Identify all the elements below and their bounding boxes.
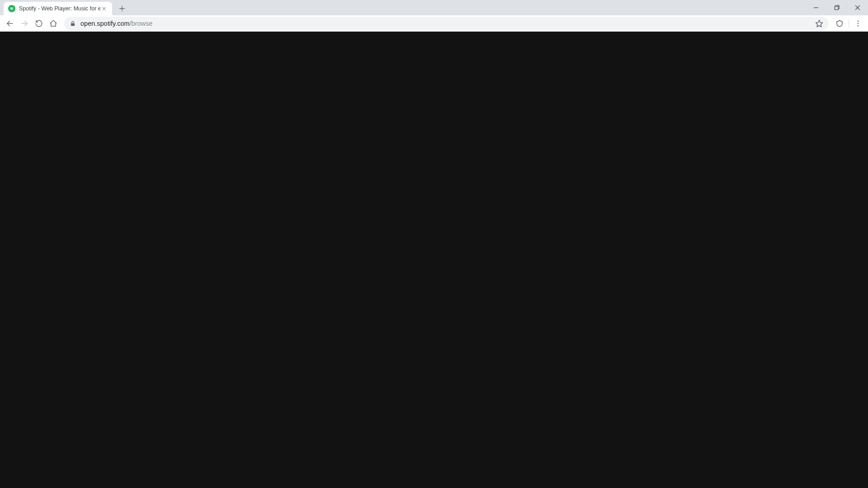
browser-toolbar: open.spotify.com/browse [0, 15, 868, 32]
new-tab-button[interactable] [116, 2, 128, 15]
reload-button[interactable] [32, 16, 46, 31]
close-window-button[interactable] [847, 0, 868, 15]
window-controls [806, 0, 868, 15]
svg-marker-11 [816, 20, 823, 27]
back-button[interactable] [3, 16, 17, 31]
url-path: /browse [130, 20, 153, 27]
toolbar-separator [849, 19, 849, 28]
bookmark-star-icon[interactable] [815, 19, 823, 28]
tab-strip: Spotify - Web Player: Music for e [0, 0, 868, 15]
lock-icon[interactable] [70, 20, 76, 27]
svg-point-13 [858, 23, 859, 24]
svg-point-12 [858, 20, 859, 22]
url-host: open.spotify.com [80, 20, 130, 27]
home-button[interactable] [46, 16, 61, 31]
page-content [0, 32, 868, 488]
minimize-window-button[interactable] [806, 0, 826, 15]
forward-button[interactable] [17, 16, 32, 31]
chrome-menu-button[interactable] [851, 16, 865, 31]
address-bar[interactable]: open.spotify.com/browse [64, 17, 829, 30]
spotify-favicon-icon [8, 5, 15, 12]
extension-icon[interactable] [832, 16, 847, 31]
tab-title: Spotify - Web Player: Music for e [19, 5, 100, 12]
svg-rect-5 [835, 6, 839, 10]
browser-tab[interactable]: Spotify - Web Player: Music for e [4, 2, 112, 15]
svg-point-14 [858, 25, 859, 26]
svg-rect-10 [71, 23, 75, 26]
close-tab-icon[interactable] [100, 5, 108, 12]
maximize-window-button[interactable] [826, 0, 847, 15]
